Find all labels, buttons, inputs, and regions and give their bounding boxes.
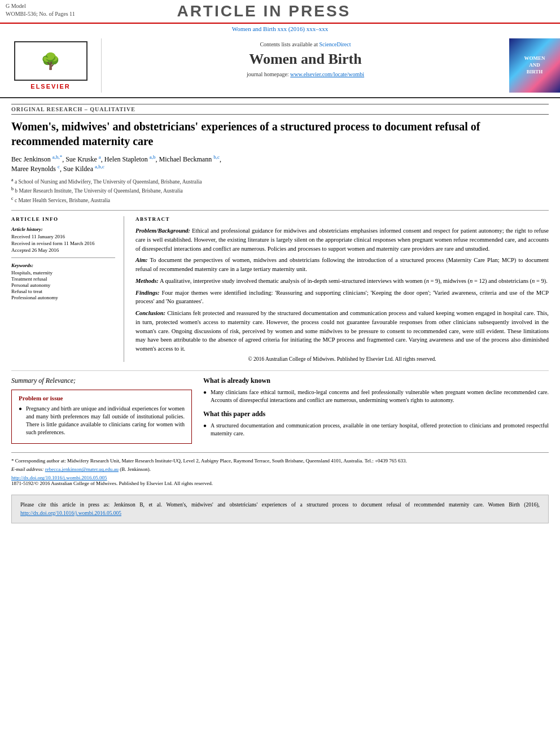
journal-code: WOMBI-536; No. of Pages 11 xyxy=(6,10,75,18)
received-date: Received 11 January 2016 xyxy=(11,234,115,239)
accepted-date: Accepted 26 May 2016 xyxy=(11,247,115,253)
elsevier-tree-icon: 🌳 xyxy=(41,52,60,71)
received-revised-date: Received in revised form 11 March 2016 xyxy=(11,241,115,246)
problem-title: Problem or issue xyxy=(19,395,185,401)
doi-link[interactable]: http://dx.doi.org/10.1016/j.wombi.2016.0… xyxy=(11,475,107,480)
what-known-bullet: ● Many clinicians face ethical turmoil, … xyxy=(203,388,549,404)
info-divider xyxy=(11,257,115,258)
problem-bg-text: Ethical and professional guidance for mi… xyxy=(135,228,549,252)
corresponding-footnote: * Corresponding author at: Midwifery Res… xyxy=(11,457,549,465)
science-direct-link[interactable]: ScienceDirect xyxy=(319,41,351,47)
findings-text: Four major themes were identified includ… xyxy=(135,290,549,305)
contents-line: Contents lists available at ScienceDirec… xyxy=(104,41,506,47)
journal-cover-image: WOMEN AND BIRTH xyxy=(509,38,560,93)
doi-line: http://dx.doi.org/10.1016/j.wombi.2016.0… xyxy=(11,475,549,480)
abstract-column: ABSTRACT Problem/Background: Ethical and… xyxy=(135,216,549,362)
summary-heading: Summary of Relevance; xyxy=(11,377,192,385)
journal-title: Women and Birth xyxy=(104,51,506,68)
affiliation-c: c c Mater Health Services, Brisbane, Aus… xyxy=(11,195,549,204)
what-known-heading: What is already known xyxy=(203,377,549,385)
abstract-findings: Findings: Four major themes were identif… xyxy=(135,289,549,307)
abstract-problem-bg: Problem/Background: Ethical and professi… xyxy=(135,226,549,253)
keyword-4: Refusal to treat xyxy=(11,289,115,294)
top-banner: G Model WOMBI-536; No. of Pages 11 ARTIC… xyxy=(0,0,560,24)
article-body: ORIGINAL RESEARCH – QUALITATIVE Women's,… xyxy=(0,98,560,529)
what-adds-heading: What this paper adds xyxy=(203,410,549,418)
model-label: G Model xyxy=(6,2,75,10)
elsevier-box: 🌳 xyxy=(14,41,88,81)
findings-label: Findings: xyxy=(135,290,160,296)
methods-text: A qualitative, interpretive study involv… xyxy=(160,278,548,284)
article-info-column: ARTICLE INFO Article history: Received 1… xyxy=(11,216,124,362)
journal-homepage: journal homepage: www.elsevier.com/locat… xyxy=(104,71,506,77)
problem-bg-label: Problem/Background: xyxy=(135,228,190,234)
bullet-icon-2: ● xyxy=(203,388,208,404)
bullet-icon: ● xyxy=(19,405,23,436)
article-info-abstract-section: ARTICLE INFO Article history: Received 1… xyxy=(11,210,549,362)
abstract-methods: Methods: A qualitative, interpretive stu… xyxy=(135,277,549,286)
journal-header: 🌳 ELSEVIER Contents lists available at S… xyxy=(0,34,560,98)
summary-right-column: What is already known ● Many clinicians … xyxy=(203,377,549,444)
journal-code-area: G Model WOMBI-536; No. of Pages 11 xyxy=(6,2,75,18)
article-subtitle: Women and Birth xxx (2016) xxx–xxx xyxy=(0,24,560,34)
contents-label: Contents lists available at xyxy=(260,41,317,47)
summary-left-column: Summary of Relevance; Problem or issue ●… xyxy=(11,377,192,444)
citation-prefix: Please cite this article in press as: Je… xyxy=(20,502,540,508)
aim-label: Aim: xyxy=(135,257,148,263)
footnote-area: * Corresponding author at: Midwifery Res… xyxy=(11,452,549,487)
keyword-3: Personal autonomy xyxy=(11,282,115,288)
copyright: © 2016 Australian College of Midwives. P… xyxy=(135,356,549,362)
article-in-press-banner: ARTICLE IN PRESS xyxy=(75,2,453,20)
issn-line: 1871-5192/© 2016 Australian College of M… xyxy=(11,480,549,486)
abstract-heading: ABSTRACT xyxy=(135,216,549,222)
article-type: ORIGINAL RESEARCH – QUALITATIVE xyxy=(11,104,549,115)
abstract-aim: Aim: To document the perspectives of wom… xyxy=(135,256,549,274)
article-title: Women's, midwives' and obstetricians' ex… xyxy=(11,119,549,148)
homepage-label: journal homepage: xyxy=(247,71,289,77)
history-label: Article history: xyxy=(11,226,115,232)
keyword-5: Professional autonomy xyxy=(11,295,115,300)
conclusion-text: Clinicians felt protected and reassured … xyxy=(135,310,549,352)
elsevier-logo-area: 🌳 ELSEVIER xyxy=(0,38,102,93)
keywords-label: Keywords: xyxy=(11,263,115,268)
methods-label: Methods: xyxy=(135,278,159,284)
article-info-heading: ARTICLE INFO xyxy=(11,216,115,222)
email-line: E-mail address: rebecca.jenkinson@mater.… xyxy=(11,466,549,472)
authors: Bec Jenkinson a,b,*, Sue Kruske a, Helen… xyxy=(11,154,549,173)
email-label: E-mail address: xyxy=(11,466,43,472)
citation-doi-link[interactable]: http://dx.doi.org/10.1016/j.wombi.2016.0… xyxy=(20,510,121,516)
cover-text: WOMEN AND BIRTH xyxy=(524,55,545,75)
bullet-icon-3: ● xyxy=(203,422,208,438)
journal-info-center: Contents lists available at ScienceDirec… xyxy=(102,38,509,93)
abstract-conclusion: Conclusion: Clinicians felt protected an… xyxy=(135,309,549,353)
problem-box: Problem or issue ● Pregnancy and birth a… xyxy=(11,390,192,444)
aim-text: To document the perspectives of women, m… xyxy=(135,257,549,272)
what-adds-bullet: ● A structured documentation and communi… xyxy=(203,422,549,438)
article-in-press-title: ARTICLE IN PRESS xyxy=(75,2,453,20)
email-link[interactable]: rebecca.jenkinson@mater.uq.edu.au xyxy=(45,466,119,472)
keyword-1: Hospitals, maternity xyxy=(11,270,115,276)
elsevier-label: ELSEVIER xyxy=(30,83,70,90)
email-suffix: (B. Jenkinson). xyxy=(120,466,151,472)
problem-bullet: ● Pregnancy and birth are unique and ind… xyxy=(19,405,185,436)
summary-section: Summary of Relevance; Problem or issue ●… xyxy=(11,370,549,444)
affiliation-a: a a School of Nursing and Midwifery, The… xyxy=(11,177,549,186)
keyword-2: Treatment refusal xyxy=(11,276,115,282)
homepage-url[interactable]: www.elsevier.com/locate/wombi xyxy=(290,71,364,77)
citation-box: Please cite this article in press as: Je… xyxy=(11,495,549,523)
affiliation-b: b b Mater Research Institute, The Univer… xyxy=(11,186,549,195)
conclusion-label: Conclusion: xyxy=(135,310,165,316)
affiliations: a a School of Nursing and Midwifery, The… xyxy=(11,177,549,204)
